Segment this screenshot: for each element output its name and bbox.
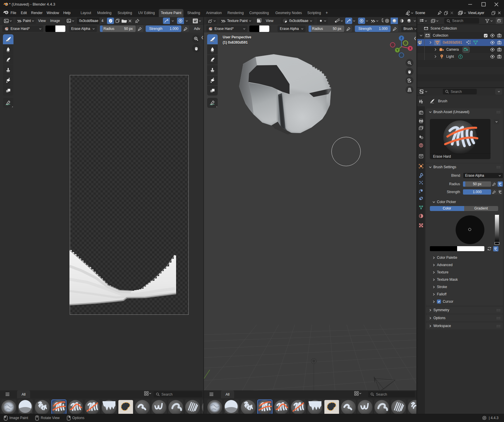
svg-text:Z: Z	[401, 37, 402, 40]
svg-text:Y: Y	[396, 49, 399, 52]
svg-text:X: X	[409, 47, 411, 50]
